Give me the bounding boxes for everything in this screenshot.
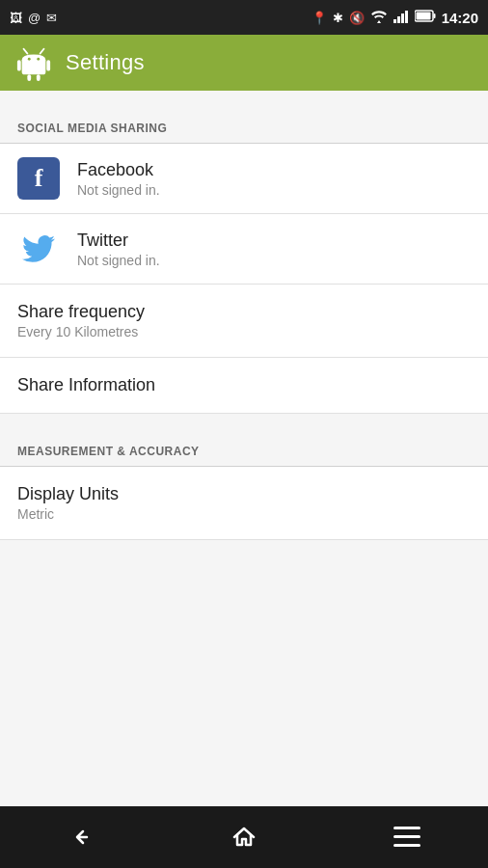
share-frequency-subtitle: Every 10 Kilometres — [17, 324, 471, 339]
svg-line-8 — [41, 49, 44, 54]
status-bar: 🖼 @ ✉ 📍 ✱ 🔇 14:20 — [0, 0, 488, 35]
back-icon — [68, 824, 95, 851]
twitter-text: Twitter Not signed in. — [77, 231, 160, 268]
svg-rect-17 — [393, 844, 420, 847]
volume-icon: 🔇 — [349, 11, 365, 25]
status-bar-right: 📍 ✱ 🔇 14:20 — [312, 10, 478, 26]
svg-rect-5 — [433, 14, 435, 18]
svg-rect-6 — [416, 13, 430, 20]
app-bar-title: Settings — [66, 50, 145, 75]
image-icon: 🖼 — [10, 11, 22, 25]
section-gap-top — [0, 91, 488, 106]
svg-rect-3 — [405, 11, 408, 23]
svg-rect-12 — [46, 60, 50, 70]
svg-line-7 — [24, 49, 28, 54]
app-bar: Settings — [0, 35, 488, 91]
svg-rect-15 — [393, 827, 420, 829]
svg-point-10 — [37, 58, 40, 61]
mail-icon: ✉ — [46, 11, 57, 25]
svg-point-9 — [28, 58, 31, 61]
wifi-icon — [370, 10, 388, 26]
svg-rect-14 — [37, 74, 41, 81]
share-information-item[interactable]: Share Information — [0, 358, 488, 414]
menu-icon — [393, 827, 420, 848]
android-logo-icon — [15, 44, 52, 81]
facebook-subtitle: Not signed in. — [77, 182, 160, 198]
facebook-title: Facebook — [77, 160, 160, 180]
svg-rect-11 — [17, 60, 21, 70]
status-time: 14:20 — [442, 10, 478, 26]
twitter-title: Twitter — [77, 231, 160, 251]
twitter-bird-icon — [22, 232, 55, 265]
share-information-title: Share Information — [17, 375, 471, 395]
social-media-section-header: SOCIAL MEDIA SHARING — [0, 106, 488, 143]
facebook-item[interactable]: f Facebook Not signed in. — [0, 144, 488, 214]
twitter-subtitle: Not signed in. — [77, 253, 160, 268]
section-gap-measurement — [0, 414, 488, 429]
twitter-icon-container — [17, 228, 60, 270]
svg-rect-2 — [401, 14, 404, 23]
display-units-item[interactable]: Display Units Metric — [0, 467, 488, 540]
battery-icon — [415, 10, 436, 25]
svg-rect-13 — [27, 74, 31, 81]
svg-rect-1 — [397, 16, 400, 23]
menu-button[interactable] — [374, 817, 440, 857]
status-bar-left: 🖼 @ ✉ — [10, 11, 57, 25]
svg-rect-16 — [393, 835, 420, 838]
home-button[interactable] — [211, 814, 277, 860]
at-icon: @ — [28, 11, 41, 25]
twitter-item[interactable]: Twitter Not signed in. — [0, 214, 488, 285]
display-units-title: Display Units — [17, 484, 471, 504]
back-button[interactable] — [48, 814, 114, 860]
svg-rect-0 — [393, 19, 396, 23]
display-units-subtitle: Metric — [17, 506, 471, 522]
facebook-text: Facebook Not signed in. — [77, 160, 160, 198]
location-icon: 📍 — [312, 11, 327, 25]
settings-content: SOCIAL MEDIA SHARING f Facebook Not sign… — [0, 91, 488, 806]
signal-icon — [393, 10, 409, 26]
share-frequency-item[interactable]: Share frequency Every 10 Kilometres — [0, 285, 488, 358]
bottom-nav — [0, 806, 488, 868]
facebook-icon: f — [17, 157, 60, 200]
home-icon — [230, 824, 258, 851]
bluetooth-icon: ✱ — [333, 11, 343, 25]
share-frequency-title: Share frequency — [17, 302, 471, 322]
measurement-section-header: MEASUREMENT & ACCURACY — [0, 429, 488, 466]
